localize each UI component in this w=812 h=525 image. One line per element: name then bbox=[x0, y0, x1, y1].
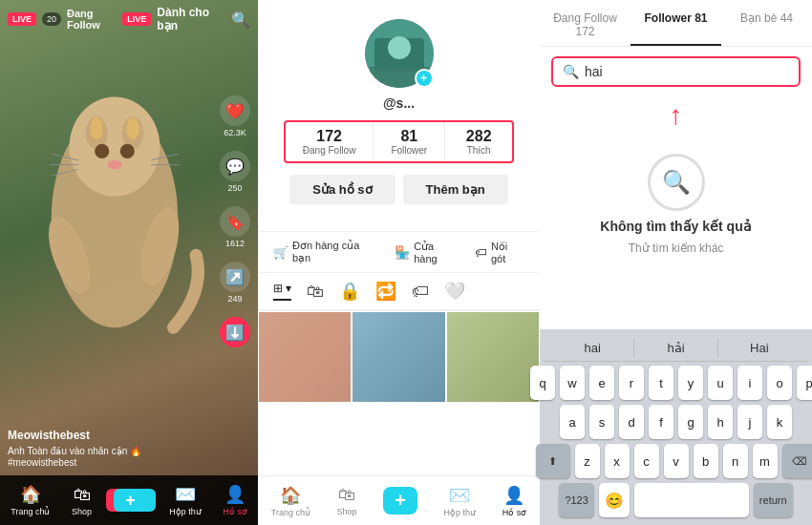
key-f[interactable]: f bbox=[649, 405, 673, 439]
nav-profile[interactable]: 👤 Hồ sơ bbox=[223, 484, 247, 516]
bookmark-action[interactable]: 🔖 1612 bbox=[220, 206, 250, 248]
key-return[interactable]: return bbox=[754, 483, 793, 517]
nav-inbox[interactable]: ✉️ Hộp thư bbox=[169, 484, 202, 516]
grid-cell-1 bbox=[258, 311, 352, 403]
share-icon[interactable]: ↗️ bbox=[220, 262, 250, 292]
p-nav-shop[interactable]: 🛍 Shop bbox=[337, 485, 357, 516]
add-button[interactable]: + bbox=[114, 489, 148, 512]
video-username: Meowisthebest bbox=[8, 429, 210, 442]
key-p[interactable]: p bbox=[797, 366, 812, 400]
share-action[interactable]: ↗️ 249 bbox=[220, 262, 250, 304]
download-action[interactable]: ⬇️ bbox=[220, 317, 250, 347]
p-shop-icon: 🛍 bbox=[338, 485, 355, 505]
follower-search-panel: Đang Follow 172 Follower 81 Bạn bè 44 🔍 … bbox=[540, 0, 812, 525]
key-o[interactable]: o bbox=[767, 366, 792, 400]
video-caption: Anh Toàn đầu vào nhân cận 🔥 bbox=[8, 445, 210, 457]
no-result-icon: 🔍 bbox=[648, 154, 705, 211]
svg-point-18 bbox=[388, 36, 411, 59]
key-n[interactable]: n bbox=[723, 444, 748, 478]
suggest-3[interactable]: Hai bbox=[718, 339, 801, 357]
p-nav-home[interactable]: 🏠 Trang chủ bbox=[271, 485, 310, 517]
tab-ban-be[interactable]: Bạn bè 44 bbox=[721, 0, 812, 46]
key-123[interactable]: ?123 bbox=[559, 483, 593, 517]
key-y[interactable]: y bbox=[678, 366, 703, 400]
key-backspace[interactable]: ⌫ bbox=[782, 444, 813, 478]
likes-label: Thích bbox=[467, 145, 491, 156]
tag-tab[interactable]: 🏷 bbox=[412, 282, 429, 302]
search-glass-icon: 🔍 bbox=[563, 64, 579, 79]
nav-add[interactable]: + bbox=[114, 489, 148, 512]
lock-tab[interactable]: 🔒 bbox=[339, 281, 360, 302]
likes-stat[interactable]: 282 Thích bbox=[445, 122, 512, 161]
comment-action[interactable]: 💬 250 bbox=[220, 151, 250, 193]
follower-stat[interactable]: 81 Follower bbox=[374, 122, 445, 161]
comment-icon[interactable]: 💬 bbox=[220, 151, 250, 181]
dang-follow-label: Đang Follow bbox=[67, 8, 117, 31]
key-c[interactable]: c bbox=[634, 444, 659, 478]
key-r[interactable]: r bbox=[619, 366, 644, 400]
bookmark-icon[interactable]: 🔖 bbox=[220, 206, 250, 237]
key-u[interactable]: u bbox=[708, 366, 733, 400]
suggest-2[interactable]: hải bbox=[634, 339, 717, 357]
add-friend-button[interactable]: Thêm bạn bbox=[403, 175, 508, 204]
action-buttons: ❤️ 62.3K 💬 250 🔖 1612 ↗️ 249 ⬇️ bbox=[220, 95, 250, 347]
profile-buttons: Sửa hồ sơ Thêm bạn bbox=[289, 175, 507, 204]
top-bar: LIVE 20 Đang Follow LIVE Dành cho bạn 🔍 bbox=[0, 0, 258, 38]
key-shift[interactable]: ⬆ bbox=[536, 444, 570, 478]
inbox-icon: ✉️ bbox=[175, 484, 196, 505]
cart-tab[interactable]: 🛍 bbox=[307, 282, 324, 302]
key-i[interactable]: i bbox=[737, 366, 762, 400]
key-h[interactable]: h bbox=[708, 405, 733, 439]
search-icon[interactable]: 🔍 bbox=[231, 10, 250, 29]
key-a[interactable]: a bbox=[560, 405, 585, 439]
orders-item[interactable]: 🛒 Đơn hàng của bạn bbox=[273, 240, 379, 264]
tab-dang-follow[interactable]: Đang Follow 172 bbox=[540, 0, 630, 46]
key-q[interactable]: q bbox=[530, 366, 555, 400]
avatar-add-icon[interactable]: + bbox=[415, 69, 434, 88]
arrow-up-icon: ↑ bbox=[670, 100, 683, 131]
p-add-icon[interactable]: + bbox=[383, 487, 417, 514]
key-w[interactable]: w bbox=[560, 366, 585, 400]
home-icon: 🏠 bbox=[20, 484, 41, 505]
grid-tab[interactable]: ⊞ ▾ bbox=[273, 282, 291, 301]
liked-tab[interactable]: 🤍 bbox=[444, 281, 465, 302]
svg-point-7 bbox=[120, 144, 135, 158]
download-icon[interactable]: ⬇️ bbox=[220, 317, 250, 347]
keyboard-row-3: ⬆ z x c v b n m ⌫ bbox=[544, 444, 808, 478]
key-space[interactable] bbox=[634, 483, 749, 517]
key-t[interactable]: t bbox=[649, 366, 673, 400]
profile-username: @s... bbox=[383, 95, 415, 111]
noi-got-item[interactable]: 🏷 Nối gót bbox=[475, 240, 524, 264]
key-emoji[interactable]: 😊 bbox=[599, 483, 630, 517]
key-e[interactable]: e bbox=[589, 366, 614, 400]
key-b[interactable]: b bbox=[694, 444, 718, 478]
store-item[interactable]: 🏪 Cửa hàng bbox=[395, 240, 459, 264]
following-stat[interactable]: 172 Đang Follow bbox=[286, 122, 374, 161]
bottom-nav-left: 🏠 Trang chủ 🛍 Shop + ✉️ Hộp thư 👤 Hồ sơ bbox=[0, 475, 258, 525]
no-result-area: 🔍 Không tìm thấy kết quả Thử tìm kiếm kh… bbox=[540, 135, 812, 274]
key-d[interactable]: d bbox=[619, 405, 644, 439]
tab-follower[interactable]: Follower 81 bbox=[630, 0, 721, 46]
p-nav-profile[interactable]: 👤 Hồ sơ bbox=[502, 485, 527, 517]
like-icon[interactable]: ❤️ bbox=[220, 95, 250, 126]
key-m[interactable]: m bbox=[753, 444, 778, 478]
key-k[interactable]: k bbox=[767, 405, 792, 439]
key-v[interactable]: v bbox=[664, 444, 689, 478]
repost-tab[interactable]: 🔁 bbox=[375, 281, 396, 302]
search-input[interactable] bbox=[585, 64, 789, 79]
like-action[interactable]: ❤️ 62.3K bbox=[220, 95, 250, 137]
p-nav-inbox[interactable]: ✉️ Hộp thư bbox=[444, 485, 477, 517]
p-nav-add[interactable]: + bbox=[383, 487, 417, 514]
key-x[interactable]: x bbox=[605, 444, 630, 478]
content-grid bbox=[258, 311, 540, 475]
search-box: 🔍 bbox=[551, 56, 801, 87]
key-g[interactable]: g bbox=[678, 405, 703, 439]
video-hashtag: #meowisthebest bbox=[8, 457, 210, 468]
key-z[interactable]: z bbox=[575, 444, 600, 478]
nav-shop[interactable]: 🛍 Shop bbox=[72, 485, 92, 516]
edit-profile-button[interactable]: Sửa hồ sơ bbox=[289, 175, 395, 204]
key-s[interactable]: s bbox=[589, 405, 614, 439]
suggest-1[interactable]: hai bbox=[551, 339, 634, 357]
nav-home[interactable]: 🏠 Trang chủ bbox=[11, 484, 50, 516]
key-j[interactable]: j bbox=[737, 405, 762, 439]
